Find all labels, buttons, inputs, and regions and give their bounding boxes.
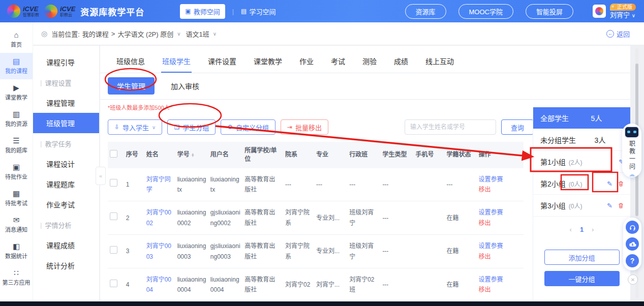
class-tab[interactable]: 成绩 <box>393 52 409 73</box>
class-tab[interactable]: 课堂教学 <box>253 52 283 73</box>
student-subtab[interactable]: 学生管理 <box>108 77 155 95</box>
select-all-checkbox[interactable] <box>110 150 117 158</box>
class-tabs: 班级信息 班级学生 课件设置 课堂教学 作业 考试 测验 成绩 线上互动 <box>100 46 630 73</box>
sidebar-rail-item[interactable]: ▦ 待批考试 <box>0 185 33 211</box>
sidebar-rail-item[interactable]: ▶ 课堂教学 <box>0 79 33 106</box>
learning-space-label: 学习空间 <box>249 7 275 16</box>
cell-department: --- <box>285 168 316 201</box>
class-tab[interactable]: 测验 <box>361 52 378 73</box>
group-row[interactable]: 全部学生 5人 <box>533 107 630 129</box>
student-subtab[interactable]: 加入审核 <box>162 77 208 95</box>
close-helper-button[interactable]: ✕ <box>628 274 638 285</box>
sidebar-rail-item[interactable]: ⌂ 首页 <box>0 26 33 53</box>
student-name-link[interactable]: 刘宵宁0003 <box>146 242 171 260</box>
class-tab[interactable]: 班级信息 <box>115 52 146 73</box>
course-menu-item[interactable]: 统计分析 <box>33 255 99 276</box>
pagination-prev-button[interactable]: ‹ <box>570 226 572 233</box>
sidebar-rail-item[interactable]: ∷ 第三方应用 <box>0 264 33 291</box>
course-menu-item[interactable]: 课程设计 <box>33 154 99 174</box>
student-grouping-button[interactable]: ❏ 学生分组 <box>167 119 216 135</box>
group-row[interactable]: 未分组学生 3人 <box>533 129 630 151</box>
breadcrumb-my-courses[interactable]: 我的课程 <box>82 29 109 39</box>
row-checkbox[interactable] <box>110 280 117 287</box>
class-tab[interactable]: 考试 <box>330 52 346 73</box>
edit-group-icon[interactable]: ✎ <box>607 202 612 209</box>
cell-seq: 1 <box>126 168 146 201</box>
row-checkbox[interactable] <box>110 179 117 187</box>
back-button[interactable]: ← 返回 <box>606 29 630 39</box>
cell-student-type: --- <box>382 268 415 301</box>
auto-group-button[interactable]: 一键分组 <box>544 271 620 286</box>
student-search-input[interactable] <box>405 119 496 135</box>
sidebar-rail-item[interactable]: ▣ 待批作业 <box>0 159 33 185</box>
sort-icon[interactable]: ▲▼ <box>191 153 195 157</box>
cell-student-id: liuxiaoning0003 <box>177 235 210 268</box>
course-menu-item[interactable]: 课程引导 <box>33 52 99 72</box>
row-checkbox[interactable] <box>110 212 117 220</box>
breadcrumb-class-name[interactable]: 语文1班 <box>186 29 209 39</box>
remove-student-link[interactable]: 移出 <box>479 185 519 195</box>
sidebar-collapse-button[interactable]: « <box>96 167 106 185</box>
class-dropdown-caret-icon[interactable]: ∨ <box>213 31 217 37</box>
group-row[interactable]: 第1小组 (2人) ✎ <box>533 151 630 173</box>
remove-student-link[interactable]: 移出 <box>479 252 519 262</box>
column-header-sortable[interactable]: 学号▲▼ <box>177 142 210 168</box>
header-pill-button[interactable]: MOOC学院 <box>458 4 513 19</box>
user-account[interactable]: 正式版 刘宵宁 ∨ <box>593 4 636 19</box>
batch-remove-button[interactable]: ⇥ 批量移出 <box>281 119 328 135</box>
delete-group-icon[interactable] <box>618 202 624 209</box>
pagination-next-button[interactable]: › <box>592 226 594 233</box>
assistant-widget[interactable]: 职教一问 ☁ <box>622 124 641 177</box>
sidebar-rail-item[interactable]: ✉ 消息通知 <box>0 211 33 238</box>
student-name-link[interactable]: 刘宵宁同学 <box>146 176 171 193</box>
course-menu-item[interactable]: 作业考试 <box>33 194 99 215</box>
sidebar-rail-item[interactable]: ▥ 我的资源 <box>0 106 33 132</box>
course-menu-item[interactable]: 课程成绩 <box>33 235 99 255</box>
course-dropdown-caret-icon[interactable]: ∨ <box>177 31 180 37</box>
remove-student-link[interactable]: 移出 <box>479 285 519 295</box>
course-menu-item[interactable]: 班级管理 <box>33 113 99 133</box>
delete-group-icon[interactable] <box>618 180 624 187</box>
set-contest-link[interactable]: 设置参赛 <box>479 207 519 218</box>
student-name-link[interactable]: 刘宵宁0002 <box>146 209 171 226</box>
help-button[interactable]: ? <box>626 254 639 267</box>
download-center-button[interactable] <box>626 237 639 251</box>
add-group-button[interactable]: 添加分组 <box>544 250 620 265</box>
set-contest-link[interactable]: 设置参赛 <box>479 274 519 285</box>
course-menu-item[interactable]: 课程题库 <box>33 174 99 194</box>
custom-grouping-button[interactable]: ⚙ 自定义分组 <box>221 119 275 135</box>
sidebar-rail-icon: ▤ <box>13 57 20 65</box>
cell-actions: 设置参赛 移出 <box>479 268 524 301</box>
sidebar-rail-item[interactable]: ▤ 我的课程 <box>0 53 33 79</box>
class-tab[interactable]: 作业 <box>298 52 315 73</box>
header-pill-button[interactable]: 智能投屏 <box>526 4 573 19</box>
row-checkbox[interactable] <box>110 246 117 254</box>
set-contest-link[interactable]: 设置参赛 <box>479 174 519 185</box>
set-contest-link[interactable]: 设置参赛 <box>479 241 519 251</box>
course-menu-item[interactable]: 课程设置 <box>33 72 99 93</box>
class-tab[interactable]: 线上互动 <box>424 52 455 73</box>
course-menu-label: 教学任务 <box>45 139 71 148</box>
class-tab[interactable]: 班级学生 <box>161 52 192 73</box>
customer-service-button[interactable] <box>626 221 639 234</box>
pagination-page-number[interactable]: 1 <box>580 226 584 233</box>
class-tab[interactable]: 课件设置 <box>207 52 237 73</box>
course-menu-item[interactable]: 教学任务 <box>33 133 99 154</box>
import-students-button[interactable]: ⇩ 导入学生 ∨ <box>108 119 162 135</box>
cell-actions: 设置参赛 移出 <box>479 201 524 235</box>
group-row[interactable]: 第2小组 (0人) ✎ <box>533 173 630 195</box>
breadcrumb-course-name[interactable]: 大学语文 (2P) 原创 <box>117 29 173 39</box>
header-pill-button[interactable]: 资源库 <box>405 4 446 19</box>
course-menu-item[interactable]: 学情分析 <box>33 215 99 235</box>
student-name-link[interactable]: 刘宵宁0004 <box>146 276 171 293</box>
sidebar-rail-item[interactable]: ◧ 数据统计 <box>0 238 33 264</box>
column-header: 序号 <box>126 142 146 168</box>
remove-student-link[interactable]: 移出 <box>479 218 519 228</box>
learning-space-button[interactable]: ▤ 学习空间 <box>241 7 275 16</box>
teacher-space-button[interactable]: ▣ 教师空间 <box>180 4 225 19</box>
sidebar-rail-item[interactable]: ☰ 我的题库 <box>0 132 33 159</box>
group-row[interactable]: 第3小组 (0人) ✎ <box>533 195 630 217</box>
query-button[interactable]: 查询 <box>501 119 534 135</box>
edit-group-icon[interactable]: ✎ <box>607 180 612 188</box>
course-menu-item[interactable]: 课程管理 <box>33 93 99 113</box>
